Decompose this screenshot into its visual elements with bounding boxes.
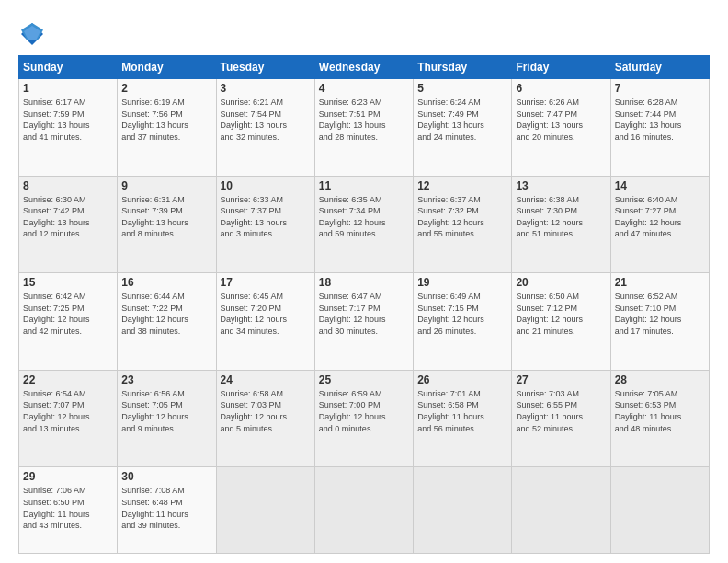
day-number: 19 bbox=[417, 276, 507, 289]
calendar-cell: 1Sunrise: 6:17 AM Sunset: 7:59 PM Daylig… bbox=[19, 79, 118, 177]
day-info: Sunrise: 6:58 AM Sunset: 7:03 PM Dayligh… bbox=[221, 388, 311, 434]
calendar-cell bbox=[414, 467, 512, 554]
calendar-cell: 23Sunrise: 6:56 AM Sunset: 7:05 PM Dayli… bbox=[118, 370, 216, 467]
day-number: 27 bbox=[516, 373, 606, 386]
calendar-cell: 9Sunrise: 6:31 AM Sunset: 7:39 PM Daylig… bbox=[118, 176, 216, 273]
day-info: Sunrise: 6:38 AM Sunset: 7:30 PM Dayligh… bbox=[516, 194, 606, 240]
logo bbox=[18, 20, 50, 48]
day-info: Sunrise: 6:21 AM Sunset: 7:54 PM Dayligh… bbox=[221, 97, 311, 143]
calendar-header-wednesday: Wednesday bbox=[314, 56, 413, 79]
day-info: Sunrise: 6:44 AM Sunset: 7:22 PM Dayligh… bbox=[121, 291, 211, 337]
calendar-cell: 30Sunrise: 7:08 AM Sunset: 6:48 PM Dayli… bbox=[118, 467, 216, 554]
day-number: 25 bbox=[319, 373, 409, 386]
calendar-cell: 3Sunrise: 6:21 AM Sunset: 7:54 PM Daylig… bbox=[216, 79, 314, 177]
day-number: 26 bbox=[417, 373, 507, 386]
calendar-header-sunday: Sunday bbox=[19, 56, 118, 79]
day-info: Sunrise: 7:05 AM Sunset: 6:53 PM Dayligh… bbox=[615, 388, 705, 434]
day-number: 15 bbox=[23, 276, 113, 289]
day-info: Sunrise: 6:33 AM Sunset: 7:37 PM Dayligh… bbox=[221, 194, 311, 240]
calendar-cell: 29Sunrise: 7:06 AM Sunset: 6:50 PM Dayli… bbox=[19, 467, 118, 554]
day-number: 28 bbox=[615, 373, 705, 386]
day-number: 21 bbox=[615, 276, 705, 289]
day-number: 9 bbox=[121, 179, 211, 192]
day-info: Sunrise: 6:42 AM Sunset: 7:25 PM Dayligh… bbox=[23, 291, 113, 337]
calendar-cell: 18Sunrise: 6:47 AM Sunset: 7:17 PM Dayli… bbox=[314, 273, 413, 371]
calendar-cell: 15Sunrise: 6:42 AM Sunset: 7:25 PM Dayli… bbox=[19, 273, 118, 371]
day-info: Sunrise: 6:40 AM Sunset: 7:27 PM Dayligh… bbox=[615, 194, 705, 240]
day-info: Sunrise: 7:06 AM Sunset: 6:50 PM Dayligh… bbox=[23, 485, 113, 531]
day-info: Sunrise: 6:52 AM Sunset: 7:10 PM Dayligh… bbox=[615, 291, 705, 337]
day-number: 30 bbox=[121, 470, 211, 483]
day-info: Sunrise: 6:30 AM Sunset: 7:42 PM Dayligh… bbox=[23, 194, 113, 240]
day-info: Sunrise: 6:47 AM Sunset: 7:17 PM Dayligh… bbox=[319, 291, 409, 337]
day-number: 13 bbox=[516, 179, 606, 192]
calendar-week-row: 22Sunrise: 6:54 AM Sunset: 7:07 PM Dayli… bbox=[19, 370, 710, 467]
calendar-header-friday: Friday bbox=[512, 56, 610, 79]
calendar-cell: 16Sunrise: 6:44 AM Sunset: 7:22 PM Dayli… bbox=[118, 273, 216, 371]
calendar-cell: 24Sunrise: 6:58 AM Sunset: 7:03 PM Dayli… bbox=[216, 370, 314, 467]
calendar-cell: 21Sunrise: 6:52 AM Sunset: 7:10 PM Dayli… bbox=[610, 273, 709, 371]
calendar-cell bbox=[216, 467, 314, 554]
day-info: Sunrise: 6:50 AM Sunset: 7:12 PM Dayligh… bbox=[516, 291, 606, 337]
calendar-cell: 19Sunrise: 6:49 AM Sunset: 7:15 PM Dayli… bbox=[414, 273, 512, 371]
header bbox=[18, 17, 710, 48]
day-info: Sunrise: 6:19 AM Sunset: 7:56 PM Dayligh… bbox=[121, 97, 211, 143]
day-number: 1 bbox=[23, 82, 113, 95]
calendar-week-row: 15Sunrise: 6:42 AM Sunset: 7:25 PM Dayli… bbox=[19, 273, 710, 371]
day-number: 11 bbox=[319, 179, 409, 192]
day-info: Sunrise: 6:37 AM Sunset: 7:32 PM Dayligh… bbox=[417, 194, 507, 240]
day-number: 5 bbox=[417, 82, 507, 95]
day-number: 3 bbox=[221, 82, 311, 95]
calendar-week-row: 29Sunrise: 7:06 AM Sunset: 6:50 PM Dayli… bbox=[19, 467, 710, 554]
day-number: 14 bbox=[615, 179, 705, 192]
day-number: 23 bbox=[121, 373, 211, 386]
calendar-header-saturday: Saturday bbox=[610, 56, 709, 79]
day-info: Sunrise: 6:23 AM Sunset: 7:51 PM Dayligh… bbox=[319, 97, 409, 143]
day-number: 22 bbox=[23, 373, 113, 386]
calendar-week-row: 8Sunrise: 6:30 AM Sunset: 7:42 PM Daylig… bbox=[19, 176, 710, 273]
day-info: Sunrise: 6:28 AM Sunset: 7:44 PM Dayligh… bbox=[615, 97, 705, 143]
day-number: 7 bbox=[615, 82, 705, 95]
page: SundayMondayTuesdayWednesdayThursdayFrid… bbox=[0, 0, 728, 563]
calendar-cell: 2Sunrise: 6:19 AM Sunset: 7:56 PM Daylig… bbox=[118, 79, 216, 177]
day-info: Sunrise: 6:24 AM Sunset: 7:49 PM Dayligh… bbox=[417, 97, 507, 143]
calendar-cell: 17Sunrise: 6:45 AM Sunset: 7:20 PM Dayli… bbox=[216, 273, 314, 371]
day-number: 4 bbox=[319, 82, 409, 95]
day-number: 10 bbox=[221, 179, 311, 192]
calendar-cell: 4Sunrise: 6:23 AM Sunset: 7:51 PM Daylig… bbox=[314, 79, 413, 177]
day-number: 24 bbox=[221, 373, 311, 386]
day-info: Sunrise: 7:03 AM Sunset: 6:55 PM Dayligh… bbox=[516, 388, 606, 434]
day-info: Sunrise: 6:26 AM Sunset: 7:47 PM Dayligh… bbox=[516, 97, 606, 143]
day-info: Sunrise: 6:35 AM Sunset: 7:34 PM Dayligh… bbox=[319, 194, 409, 240]
calendar-table: SundayMondayTuesdayWednesdayThursdayFrid… bbox=[18, 55, 710, 554]
day-info: Sunrise: 6:17 AM Sunset: 7:59 PM Dayligh… bbox=[23, 97, 113, 143]
calendar-cell: 27Sunrise: 7:03 AM Sunset: 6:55 PM Dayli… bbox=[512, 370, 610, 467]
day-number: 17 bbox=[221, 276, 311, 289]
calendar-header-row: SundayMondayTuesdayWednesdayThursdayFrid… bbox=[19, 56, 710, 79]
calendar-week-row: 1Sunrise: 6:17 AM Sunset: 7:59 PM Daylig… bbox=[19, 79, 710, 177]
day-number: 2 bbox=[121, 82, 211, 95]
calendar-header-thursday: Thursday bbox=[414, 56, 512, 79]
calendar-cell bbox=[314, 467, 413, 554]
day-info: Sunrise: 6:45 AM Sunset: 7:20 PM Dayligh… bbox=[221, 291, 311, 337]
logo-icon bbox=[18, 20, 46, 48]
day-number: 20 bbox=[516, 276, 606, 289]
day-info: Sunrise: 6:56 AM Sunset: 7:05 PM Dayligh… bbox=[121, 388, 211, 434]
day-info: Sunrise: 6:54 AM Sunset: 7:07 PM Dayligh… bbox=[23, 388, 113, 434]
calendar-cell: 28Sunrise: 7:05 AM Sunset: 6:53 PM Dayli… bbox=[610, 370, 709, 467]
day-info: Sunrise: 6:59 AM Sunset: 7:00 PM Dayligh… bbox=[319, 388, 409, 434]
calendar-cell: 8Sunrise: 6:30 AM Sunset: 7:42 PM Daylig… bbox=[19, 176, 118, 273]
calendar-header-monday: Monday bbox=[118, 56, 216, 79]
calendar-cell: 10Sunrise: 6:33 AM Sunset: 7:37 PM Dayli… bbox=[216, 176, 314, 273]
day-info: Sunrise: 6:31 AM Sunset: 7:39 PM Dayligh… bbox=[121, 194, 211, 240]
calendar-cell: 22Sunrise: 6:54 AM Sunset: 7:07 PM Dayli… bbox=[19, 370, 118, 467]
calendar-cell: 6Sunrise: 6:26 AM Sunset: 7:47 PM Daylig… bbox=[512, 79, 610, 177]
day-number: 8 bbox=[23, 179, 113, 192]
day-number: 29 bbox=[23, 470, 113, 483]
calendar-cell: 26Sunrise: 7:01 AM Sunset: 6:58 PM Dayli… bbox=[414, 370, 512, 467]
calendar-cell: 20Sunrise: 6:50 AM Sunset: 7:12 PM Dayli… bbox=[512, 273, 610, 371]
calendar-header-tuesday: Tuesday bbox=[216, 56, 314, 79]
calendar-cell: 12Sunrise: 6:37 AM Sunset: 7:32 PM Dayli… bbox=[414, 176, 512, 273]
calendar-cell: 5Sunrise: 6:24 AM Sunset: 7:49 PM Daylig… bbox=[414, 79, 512, 177]
calendar-cell: 7Sunrise: 6:28 AM Sunset: 7:44 PM Daylig… bbox=[610, 79, 709, 177]
